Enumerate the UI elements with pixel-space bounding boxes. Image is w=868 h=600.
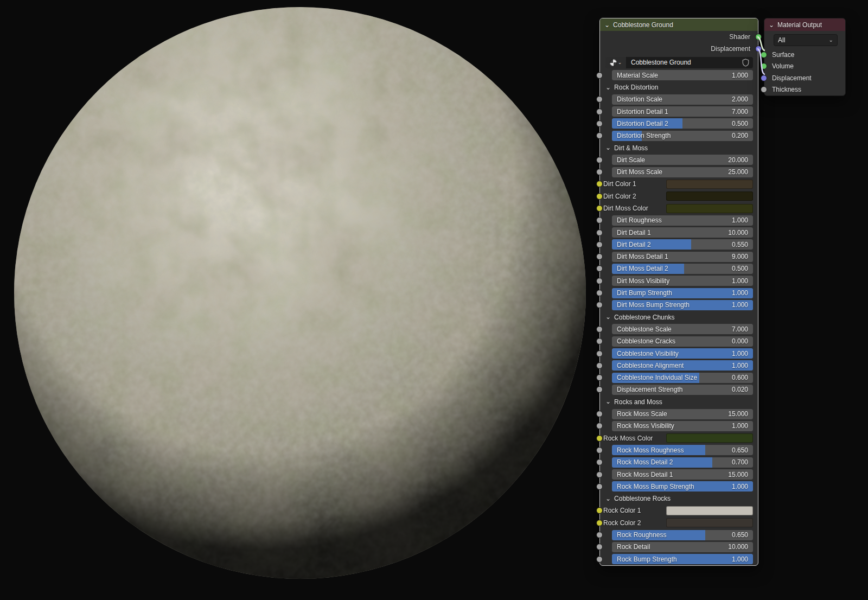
material-browse-button[interactable]: ⌄ xyxy=(605,57,627,68)
input-socket-distortion-strength[interactable] xyxy=(596,132,603,139)
node-header-material-output[interactable]: ⌄ Material Output xyxy=(764,18,845,31)
input-socket-distortion-detail-2[interactable] xyxy=(596,120,603,127)
slider-rock-moss-roughness[interactable]: Rock Moss Roughness0.650 xyxy=(612,445,753,455)
slider-rock-moss-visibility[interactable]: Rock Moss Visibility1.000 xyxy=(612,421,753,431)
color-swatch-dirt-color-1[interactable] xyxy=(666,180,753,189)
section-cobblestone-chunks[interactable]: ⌄Cobblestone Chunks xyxy=(600,311,758,323)
slider-cobblestone-scale[interactable]: Cobblestone Scale7.000 xyxy=(612,324,753,334)
slider-rock-detail[interactable]: Rock Detail10.000 xyxy=(612,542,753,552)
input-socket-dirt-scale[interactable] xyxy=(596,157,603,163)
slider-distortion-detail-2[interactable]: Distortion Detail 20.500 xyxy=(612,118,753,129)
chevron-down-icon: ⌄ xyxy=(605,315,611,320)
input-socket-distortion-scale[interactable] xyxy=(596,96,603,103)
input-socket-dirt-roughness[interactable] xyxy=(596,217,603,224)
row-dirt-moss-scale: Dirt Moss Scale25.000 xyxy=(600,166,758,178)
input-socket-rock-moss-detail-2[interactable] xyxy=(596,459,603,465)
slider-dirt-moss-scale[interactable]: Dirt Moss Scale25.000 xyxy=(612,167,753,177)
output-target-dropdown[interactable]: All ⌄ xyxy=(774,34,838,46)
chevron-down-icon[interactable]: ⌄ xyxy=(769,22,774,28)
slider-dirt-moss-detail-1[interactable]: Dirt Moss Detail 19.000 xyxy=(612,252,753,262)
input-socket-rock-bump-strength[interactable] xyxy=(596,556,603,563)
slider-dirt-detail-2[interactable]: Dirt Detail 20.550 xyxy=(612,239,753,250)
fake-user-toggle[interactable] xyxy=(738,57,753,68)
input-socket-rock-moss-scale[interactable] xyxy=(596,411,603,417)
node-header-cobblestone-ground[interactable]: ⌄ Cobblestone Ground xyxy=(600,18,758,31)
slider-material-scale[interactable]: Material Scale1.000 xyxy=(612,70,753,80)
slider-distortion-strength[interactable]: Distortion Strength0.200 xyxy=(612,131,753,141)
slider-dirt-detail-1[interactable]: Dirt Detail 110.000 xyxy=(612,227,753,238)
slider-dirt-roughness[interactable]: Dirt Roughness1.000 xyxy=(612,215,753,226)
input-socket-material-scale[interactable] xyxy=(596,72,603,79)
input-socket-dirt-color-2[interactable] xyxy=(596,193,603,200)
input-socket-dirt-moss-scale[interactable] xyxy=(596,169,603,175)
input-socket-dirt-moss-visibility[interactable] xyxy=(596,278,603,284)
input-socket-dirt-bump-strength[interactable] xyxy=(596,290,603,296)
slider-cobblestone-individual-size[interactable]: Cobblestone Individual Size0.600 xyxy=(612,373,753,383)
slider-distortion-scale[interactable]: Distortion Scale2.000 xyxy=(612,94,753,105)
section-rocks-and-moss[interactable]: ⌄Rocks and Moss xyxy=(600,396,758,408)
input-socket-dirt-color-1[interactable] xyxy=(596,181,603,187)
slider-label: Dirt Detail 1 xyxy=(612,229,651,237)
slider-rock-moss-bump-strength[interactable]: Rock Moss Bump Strength1.000 xyxy=(612,481,753,492)
slider-rock-moss-scale[interactable]: Rock Moss Scale15.000 xyxy=(612,409,753,419)
slider-displacement-strength[interactable]: Displacement Strength0.020 xyxy=(612,385,753,395)
color-label: Dirt Moss Color xyxy=(603,205,648,212)
slider-cobblestone-visibility[interactable]: Cobblestone Visibility1.000 xyxy=(612,348,753,359)
input-socket-dirt-moss-bump-strength[interactable] xyxy=(596,302,603,308)
input-socket-surface[interactable] xyxy=(761,52,767,58)
input-socket-displacement[interactable] xyxy=(761,75,767,81)
input-socket-rock-detail[interactable] xyxy=(596,544,603,550)
input-socket-rock-moss-color[interactable] xyxy=(596,435,603,442)
output-socket-shader[interactable] xyxy=(755,34,762,40)
input-socket-cobblestone-alignment[interactable] xyxy=(596,362,603,369)
input-socket-cobblestone-individual-size[interactable] xyxy=(596,374,603,381)
slider-dirt-moss-bump-strength[interactable]: Dirt Moss Bump Strength1.000 xyxy=(612,300,753,310)
slider-rock-moss-detail-1[interactable]: Rock Moss Detail 115.000 xyxy=(612,469,753,480)
input-socket-rock-moss-bump-strength[interactable] xyxy=(596,483,603,490)
input-socket-dirt-moss-color[interactable] xyxy=(596,205,603,212)
input-socket-dirt-moss-detail-2[interactable] xyxy=(596,265,603,272)
input-socket-dirt-detail-2[interactable] xyxy=(596,241,603,248)
slider-cobblestone-cracks[interactable]: Cobblestone Cracks0.000 xyxy=(612,336,753,347)
color-swatch-rock-color-2[interactable] xyxy=(666,518,753,527)
row-dirt-moss-visibility: Dirt Moss Visibility1.000 xyxy=(600,275,758,287)
color-swatch-rock-moss-color[interactable] xyxy=(666,433,753,443)
input-socket-rock-color-2[interactable] xyxy=(596,520,603,526)
input-socket-volume[interactable] xyxy=(761,63,767,69)
slider-rock-moss-detail-2[interactable]: Rock Moss Detail 20.700 xyxy=(612,457,753,468)
input-socket-rock-roughness[interactable] xyxy=(596,532,603,538)
row-material-scale: Material Scale1.000 xyxy=(600,69,758,81)
node-cobblestone-ground[interactable]: ⌄ Cobblestone Ground ShaderDisplacement … xyxy=(599,18,758,566)
node-material-output[interactable]: ⌄ Material Output All ⌄ SurfaceVolumeDis… xyxy=(764,18,846,96)
slider-dirt-bump-strength[interactable]: Dirt Bump Strength1.000 xyxy=(612,288,753,298)
color-swatch-dirt-moss-color[interactable] xyxy=(666,204,753,213)
input-socket-dirt-moss-detail-1[interactable] xyxy=(596,253,603,260)
material-name-field[interactable]: Cobblestone Ground xyxy=(627,57,738,68)
slider-dirt-moss-detail-2[interactable]: Dirt Moss Detail 20.500 xyxy=(612,264,753,274)
input-socket-rock-color-1[interactable] xyxy=(596,507,603,514)
input-socket-dirt-detail-1[interactable] xyxy=(596,229,603,236)
slider-rock-roughness[interactable]: Rock Roughness0.650 xyxy=(612,530,753,540)
input-socket-rock-moss-visibility[interactable] xyxy=(596,423,603,429)
input-socket-rock-moss-roughness[interactable] xyxy=(596,447,603,454)
input-socket-thickness[interactable] xyxy=(761,86,767,93)
slider-rock-bump-strength[interactable]: Rock Bump Strength1.000 xyxy=(612,554,753,564)
output-socket-displacement[interactable] xyxy=(755,46,762,52)
chevron-down-icon[interactable]: ⌄ xyxy=(604,22,610,28)
input-socket-rock-moss-detail-1[interactable] xyxy=(596,471,603,478)
input-socket-cobblestone-visibility[interactable] xyxy=(596,350,603,357)
slider-distortion-detail-1[interactable]: Distortion Detail 17.000 xyxy=(612,106,753,117)
input-socket-distortion-detail-1[interactable] xyxy=(596,108,603,115)
color-swatch-rock-color-1[interactable] xyxy=(666,506,753,515)
section-dirt-moss[interactable]: ⌄Dirt & Moss xyxy=(600,142,758,154)
input-socket-cobblestone-cracks[interactable] xyxy=(596,338,603,344)
slider-cobblestone-alignment[interactable]: Cobblestone Alignment1.000 xyxy=(612,360,753,371)
input-socket-cobblestone-scale[interactable] xyxy=(596,326,603,333)
color-swatch-dirt-color-2[interactable] xyxy=(666,192,753,201)
slider-value: 20.000 xyxy=(728,156,753,164)
slider-dirt-scale[interactable]: Dirt Scale20.000 xyxy=(612,155,753,165)
section-rock-distortion[interactable]: ⌄Rock Distortion xyxy=(600,81,758,93)
section-cobblestone-rocks[interactable]: ⌄Cobblestone Rocks xyxy=(600,493,758,505)
slider-dirt-moss-visibility[interactable]: Dirt Moss Visibility1.000 xyxy=(612,276,753,286)
input-socket-displacement-strength[interactable] xyxy=(596,386,603,393)
